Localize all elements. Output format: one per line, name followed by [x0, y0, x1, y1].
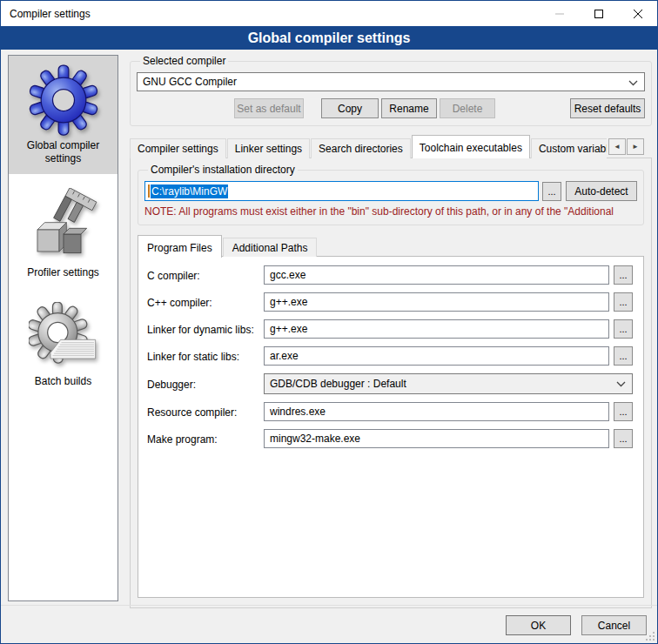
install-dir-note: NOTE: All programs must exist either in … [144, 205, 637, 218]
cancel-button[interactable]: Cancel [581, 615, 647, 635]
field-row-linker-static: Linker for static libs: ... [147, 346, 633, 366]
minimize-icon [554, 9, 565, 19]
field-label: Debugger: [147, 378, 264, 391]
sidebar-item-batch-builds[interactable]: Batch builds [9, 293, 118, 397]
dialog-content: Global compiler settings [1, 50, 657, 643]
text-caret [148, 184, 150, 198]
sidebar-item-label: Global compiler settings [12, 139, 114, 165]
reset-defaults-button[interactable]: Reset defaults [570, 98, 645, 118]
sidebar-item-label: Profiler settings [12, 266, 114, 279]
main-panel: Selected compiler GNU GCC Compiler Set a… [130, 50, 652, 608]
toolchain-subtabs: Program Files Additional Paths [138, 234, 644, 257]
subtab-additional-paths[interactable]: Additional Paths [223, 238, 318, 257]
gear-blue-icon [29, 64, 98, 136]
tab-compiler-settings[interactable]: Compiler settings [130, 138, 226, 158]
selected-compiler-group-label: Selected compiler [140, 55, 228, 67]
tab-linker-settings[interactable]: Linker settings [227, 138, 310, 158]
compiler-buttons-row: Set as default Copy Rename Delete Reset … [137, 98, 645, 118]
resource-compiler-input[interactable] [264, 402, 609, 421]
rename-button[interactable]: Rename [381, 98, 437, 118]
field-row-linker-dynamic: Linker for dynamic libs: ... [147, 319, 633, 339]
field-row-make-program: Make program: ... [147, 429, 633, 448]
auto-detect-button[interactable]: Auto-detect [566, 181, 637, 201]
tab-scroll-arrows: ◄ ► [608, 138, 644, 155]
copy-button[interactable]: Copy [321, 98, 379, 118]
resize-grip[interactable] [645, 631, 655, 641]
field-label: C compiler: [147, 269, 264, 282]
tabs-clip: Compiler settings Linker settings Search… [130, 135, 607, 158]
install-dir-row: C:\raylib\MinGW ... Auto-detect [144, 181, 637, 201]
ok-button[interactable]: OK [506, 615, 571, 635]
install-dir-browse-button[interactable]: ... [542, 182, 561, 201]
field-label: Linker for dynamic libs: [147, 323, 264, 336]
field-row-resource-compiler: Resource compiler: ... [147, 402, 633, 421]
field-row-c-compiler: C compiler: ... [147, 265, 633, 285]
compiler-settings-dialog: Compiler settings Global compiler settin… [0, 0, 658, 644]
tab-scroll-right-icon[interactable]: ► [627, 138, 644, 155]
selected-compiler-value: GNU GCC Compiler [143, 76, 237, 88]
field-label: Make program: [147, 433, 264, 446]
tab-search-directories[interactable]: Search directories [311, 138, 411, 158]
selected-compiler-group: Selected compiler GNU GCC Compiler Set a… [130, 55, 652, 126]
toolchain-executables-page: Compiler's installation directory C:\ray… [130, 158, 652, 608]
close-button[interactable] [618, 1, 657, 26]
field-label: Linker for static libs: [147, 350, 264, 363]
tab-toolchain-executables[interactable]: Toolchain executables [412, 135, 530, 158]
c-compiler-browse-button[interactable]: ... [614, 265, 633, 285]
linker-dynamic-browse-button[interactable]: ... [614, 319, 633, 339]
tab-custom-variables[interactable]: Custom variables [531, 138, 607, 158]
set-as-default-button: Set as default [234, 98, 304, 118]
batch-builds-icon [29, 302, 98, 372]
title-bar: Compiler settings [1, 1, 657, 26]
install-dir-group-label: Compiler's installation directory [148, 164, 298, 176]
window-title: Compiler settings [1, 8, 540, 20]
make-program-browse-button[interactable]: ... [614, 429, 633, 448]
delete-button: Delete [440, 98, 495, 118]
sidebar-item-label: Batch builds [12, 375, 114, 388]
footer-divider [1, 605, 657, 606]
chevron-down-icon [616, 381, 626, 387]
minimize-button [540, 1, 579, 26]
program-files-page: C compiler: ... C++ compiler: ... Linker… [138, 256, 644, 598]
sidebar-item-profiler-settings[interactable]: Profiler settings [9, 179, 118, 288]
linker-static-input[interactable] [264, 346, 609, 366]
debugger-dropdown[interactable]: GDB/CDB debugger : Default [264, 373, 633, 394]
linker-dynamic-input[interactable] [264, 319, 609, 339]
compiler-tabs: Compiler settings Linker settings Search… [130, 134, 652, 158]
dialog-header-title: Global compiler settings [248, 30, 411, 46]
sidebar-item-global-compiler-settings[interactable]: Global compiler settings [9, 56, 118, 174]
c-compiler-input[interactable] [264, 265, 609, 285]
install-dir-value: C:\raylib\MinGW [151, 184, 228, 198]
settings-category-list: Global compiler settings [8, 55, 118, 601]
field-row-debugger: Debugger: GDB/CDB debugger : Default [147, 373, 633, 394]
cpp-compiler-browse-button[interactable]: ... [614, 292, 633, 312]
resource-compiler-browse-button[interactable]: ... [614, 402, 633, 421]
close-icon [633, 9, 643, 19]
subtab-program-files[interactable]: Program Files [138, 235, 222, 258]
chevron-down-icon [628, 80, 638, 86]
install-dir-input[interactable]: C:\raylib\MinGW [144, 181, 539, 201]
install-dir-group: Compiler's installation directory C:\ray… [138, 164, 644, 225]
maximize-icon [594, 9, 604, 19]
tab-scroll-left-icon[interactable]: ◄ [608, 138, 626, 155]
debugger-value: GDB/CDB debugger : Default [270, 378, 406, 390]
field-label: Resource compiler: [147, 406, 264, 419]
make-program-input[interactable] [264, 429, 609, 448]
cpp-compiler-input[interactable] [264, 292, 609, 312]
profiler-icon [29, 188, 98, 263]
footer-buttons: OK Cancel [506, 615, 647, 635]
field-label: C++ compiler: [147, 296, 264, 309]
maximize-button[interactable] [579, 1, 618, 26]
selected-compiler-dropdown[interactable]: GNU GCC Compiler [137, 72, 645, 91]
linker-static-browse-button[interactable]: ... [614, 346, 633, 366]
field-row-cpp-compiler: C++ compiler: ... [147, 292, 633, 312]
dialog-header: Global compiler settings [1, 26, 657, 50]
